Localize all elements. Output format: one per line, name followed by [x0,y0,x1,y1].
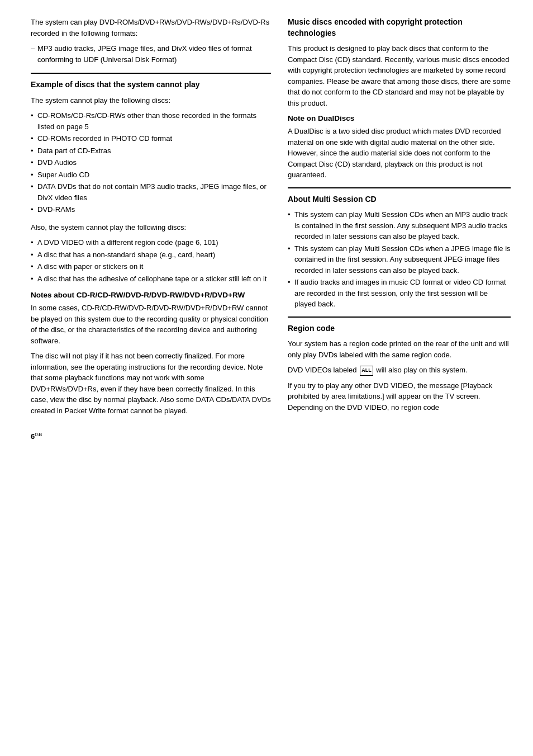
multisession-section: About Multi Session CD This system can p… [288,194,511,310]
multisession-title: About Multi Session CD [288,194,511,205]
music-section: Music discs encoded with copyright prote… [288,17,511,108]
right-column: Music discs encoded with copyright prote… [288,17,511,739]
region-para1: Your system has a region code printed on… [288,338,511,360]
example-bullet-2-4: A disc that has the adhesive of cellopha… [31,273,271,285]
region-title: Region code [288,323,511,334]
left-column: The system can play DVD-ROMs/DVD+RWs/DVD… [31,17,271,739]
example-bullet-2-2: A disc that has a non-standard shape (e.… [31,249,271,261]
region-section: Region code Your system has a region cod… [288,323,511,413]
example-bullet-list-1: CD-ROMs/CD-Rs/CD-RWs other than those re… [31,110,271,215]
notes-section: Notes about CD-R/CD-RW/DVD-R/DVD-RW/DVD+… [31,291,271,416]
example-bullet-1-7: DVD-RAMs [31,204,271,215]
region-para3: If you try to play any other DVD VIDEO, … [288,380,511,413]
notes-para1: In some cases, CD-R/CD-RW/DVD-R/DVD-RW/D… [31,303,271,346]
dualdiscs-para: A DualDisc is a two sided disc product w… [288,126,511,181]
example-bullet-1-5: Super Audio CD [31,169,271,181]
dualdiscs-title: Note on DualDiscs [288,114,511,122]
music-para: This product is designed to play back di… [288,43,511,108]
multisession-bullet-1: This system can play Multi Session CDs w… [288,209,511,242]
right-divider-1 [288,187,511,188]
notes-para2: The disc will not play if it has not bee… [31,351,271,416]
region-para2: DVD VIDEOs labeled ALL will also play on… [288,365,511,376]
section-divider-1 [31,73,271,74]
example-bullet-1-2: CD-ROMs recorded in PHOTO CD format [31,133,271,144]
example-bullet-1-6: DATA DVDs that do not contain MP3 audio … [31,181,271,203]
example-intro: The system cannot play the following dis… [31,95,271,106]
region-para2-post: will also play on this system. [376,366,467,374]
page-number: 6GB [31,420,271,441]
intro-bullet-list: MP3 audio tracks, JPEG image files, and … [31,43,271,65]
multisession-bullet-3: If audio tracks and images in music CD f… [288,277,511,310]
example-bullet-1-3: Data part of CD-Extras [31,145,271,157]
dualdiscs-section: Note on DualDiscs A DualDisc is a two si… [288,114,511,181]
intro-text: The system can play DVD-ROMs/DVD+RWs/DVD… [31,17,271,39]
example-bullet-list-2: A DVD VIDEO with a different region code… [31,237,271,284]
page: The system can play DVD-ROMs/DVD+RWs/DVD… [0,0,533,756]
example-section: Example of discs that the system cannot … [31,79,271,284]
multisession-bullet-2: This system can play Multi Session CDs w… [288,243,511,276]
example-also-text: Also, the system cannot play the followi… [31,222,271,233]
example-section-title: Example of discs that the system cannot … [31,79,271,91]
notes-section-title: Notes about CD-R/CD-RW/DVD-R/DVD-RW/DVD+… [31,291,271,299]
example-bullet-2-3: A disc with paper or stickers on it [31,261,271,272]
right-divider-2 [288,316,511,318]
all-region-icon: ALL [360,366,373,376]
example-bullet-1-4: DVD Audios [31,157,271,168]
multisession-bullet-list: This system can play Multi Session CDs w… [288,209,511,310]
example-bullet-2-1: A DVD VIDEO with a different region code… [31,237,271,248]
example-bullet-1-1: CD-ROMs/CD-Rs/CD-RWs other than those re… [31,110,271,132]
music-section-title: Music discs encoded with copyright prote… [288,17,511,39]
region-para2-pre: DVD VIDEOs labeled [288,366,357,374]
intro-bullet-1: MP3 audio tracks, JPEG image files, and … [31,43,271,65]
